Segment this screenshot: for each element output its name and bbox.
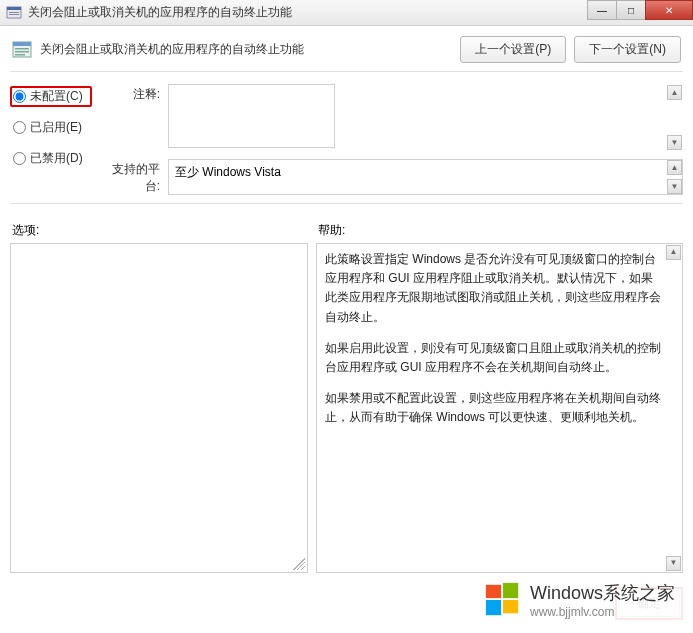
maximize-button[interactable]: □ <box>616 0 646 20</box>
platform-wrap: 至少 Windows Vista ▲ ▼ <box>168 159 683 195</box>
platform-label: 支持的平台: <box>104 159 160 195</box>
radio-disabled-label: 已禁用(D) <box>30 150 83 167</box>
radio-not-configured-label: 未配置(C) <box>30 88 83 105</box>
help-label: 帮助: <box>318 222 345 239</box>
help-paragraph: 此策略设置指定 Windows 是否允许没有可见顶级窗口的控制台应用程序和 GU… <box>325 250 664 327</box>
close-button[interactable]: ✕ <box>645 0 693 20</box>
scroll-up-icon[interactable]: ▲ <box>667 160 682 175</box>
watermark-line2: www.bjjmlv.com <box>530 605 675 619</box>
minimize-button[interactable]: — <box>587 0 617 20</box>
watermark: Windows系统之家 www.bjjmlv.com <box>476 577 683 623</box>
titlebar: 关闭会阻止或取消关机的应用程序的自动终止功能 — □ ✕ <box>0 0 693 26</box>
scroll-down-icon[interactable]: ▼ <box>667 135 682 150</box>
radio-enabled-label: 已启用(E) <box>30 119 82 136</box>
resize-grip-icon[interactable] <box>293 558 305 570</box>
policy-icon <box>6 5 22 21</box>
radio-column: 未配置(C) 已启用(E) 已禁用(D) <box>10 84 92 195</box>
svg-rect-10 <box>503 583 518 598</box>
radio-disabled-input[interactable] <box>13 152 26 165</box>
prev-setting-button[interactable]: 上一个设置(P) <box>460 36 566 63</box>
right-column: 注释: ▲ ▼ 支持的平台: 至少 Windows Vista ▲ ▼ <box>104 84 683 195</box>
help-pane: 此策略设置指定 Windows 是否允许没有可见顶级窗口的控制台应用程序和 GU… <box>316 243 683 573</box>
scroll-up-icon[interactable]: ▲ <box>666 245 681 260</box>
help-paragraph: 如果禁用或不配置此设置，则这些应用程序将在关机期间自动终止，从而有助于确保 Wi… <box>325 389 664 427</box>
svg-rect-8 <box>15 54 25 56</box>
radio-enabled-input[interactable] <box>13 121 26 134</box>
separator <box>10 203 683 204</box>
svg-rect-1 <box>7 7 21 10</box>
radio-enabled[interactable]: 已启用(E) <box>10 117 92 138</box>
scroll-down-icon[interactable]: ▼ <box>666 556 681 571</box>
separator <box>10 71 683 72</box>
options-label: 选项: <box>12 222 318 239</box>
svg-rect-7 <box>15 51 29 53</box>
help-paragraph: 如果启用此设置，则没有可见顶级窗口且阻止或取消关机的控制台应用程序或 GUI 应… <box>325 339 664 377</box>
scroll-down-icon[interactable]: ▼ <box>667 179 682 194</box>
comment-wrap: ▲ ▼ <box>168 84 683 151</box>
svg-rect-9 <box>486 585 501 598</box>
radio-not-configured-input[interactable] <box>13 90 26 103</box>
radio-disabled[interactable]: 已禁用(D) <box>10 148 92 169</box>
platform-row: 支持的平台: 至少 Windows Vista ▲ ▼ <box>104 159 683 195</box>
panes: 此策略设置指定 Windows 是否允许没有可见顶级窗口的控制台应用程序和 GU… <box>0 243 693 581</box>
svg-rect-6 <box>15 48 29 50</box>
config-area: 未配置(C) 已启用(E) 已禁用(D) 注释: ▲ ▼ 支持的平台: 至少 W… <box>0 80 693 201</box>
svg-rect-2 <box>9 12 19 13</box>
watermark-line1: Windows系统之家 <box>530 583 675 603</box>
window-controls: — □ ✕ <box>588 0 693 20</box>
section-labels: 选项: 帮助: <box>0 212 693 243</box>
svg-rect-12 <box>503 600 518 613</box>
radio-not-configured[interactable]: 未配置(C) <box>10 86 92 107</box>
options-pane <box>10 243 308 573</box>
svg-rect-3 <box>9 14 19 15</box>
next-setting-button[interactable]: 下一个设置(N) <box>574 36 681 63</box>
scroll-up-icon[interactable]: ▲ <box>667 85 682 100</box>
policy-header-icon <box>12 40 32 60</box>
page-title: 关闭会阻止或取消关机的应用程序的自动终止功能 <box>40 41 460 58</box>
platform-value: 至少 Windows Vista <box>168 159 683 195</box>
header-row: 关闭会阻止或取消关机的应用程序的自动终止功能 上一个设置(P) 下一个设置(N) <box>0 26 693 69</box>
windows-logo-icon <box>484 581 522 619</box>
comment-input[interactable] <box>168 84 335 148</box>
comment-label: 注释: <box>104 84 160 103</box>
nav-buttons: 上一个设置(P) 下一个设置(N) <box>460 36 681 63</box>
comment-row: 注释: ▲ ▼ <box>104 84 683 151</box>
svg-rect-5 <box>13 42 31 46</box>
watermark-text: Windows系统之家 www.bjjmlv.com <box>530 581 675 619</box>
svg-rect-11 <box>486 600 501 615</box>
